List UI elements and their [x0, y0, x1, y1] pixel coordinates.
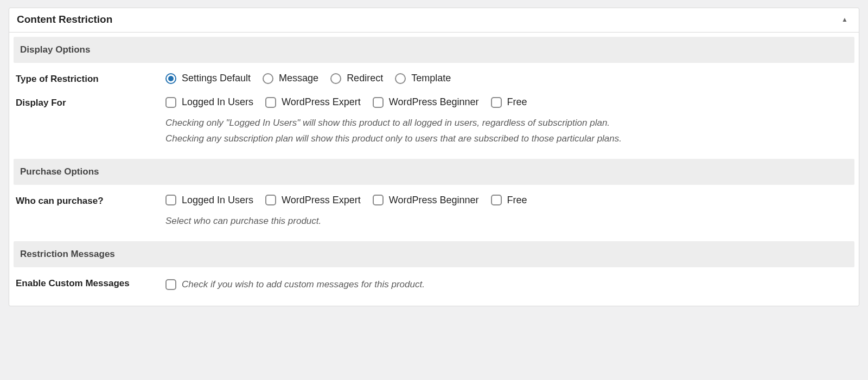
checkbox-label: Logged In Users	[182, 96, 253, 108]
radio-settings-default[interactable]: Settings Default	[165, 73, 251, 84]
who-can-purchase-options: Logged In UsersWordPress ExpertWordPress…	[165, 195, 852, 206]
radio-icon	[395, 73, 406, 84]
radio-icon	[330, 73, 341, 84]
checkbox-icon	[165, 97, 176, 108]
checkbox-icon	[373, 195, 384, 205]
radio-message[interactable]: Message	[263, 73, 318, 84]
checkbox-logged-in-users[interactable]: Logged In Users	[165, 195, 253, 206]
label-who-can-purchase: Who can purchase?	[16, 195, 165, 207]
checkbox-icon	[491, 195, 502, 205]
radio-icon	[165, 73, 176, 84]
checkbox-free[interactable]: Free	[491, 96, 527, 108]
checkbox-wordpress-beginner[interactable]: WordPress Beginner	[373, 195, 479, 206]
section-heading-display-options: Display Options	[14, 37, 854, 63]
radio-template[interactable]: Template	[395, 73, 451, 84]
display-for-help-line-1: Checking only "Logged In Users" will sho…	[165, 115, 852, 131]
checkbox-wordpress-expert[interactable]: WordPress Expert	[265, 96, 361, 108]
field-who-can-purchase: Who can purchase? Logged In UsersWordPre…	[14, 185, 854, 229]
field-display-for: Display For Logged In UsersWordPress Exp…	[14, 85, 854, 147]
field-enable-custom-messages: Enable Custom Messages Check if you wish…	[14, 267, 854, 293]
checkbox-icon	[165, 195, 176, 205]
section-heading-purchase-options: Purchase Options	[14, 159, 854, 185]
checkbox-label: Free	[507, 96, 527, 108]
checkbox-label: WordPress Expert	[282, 96, 361, 108]
checkbox-wordpress-beginner[interactable]: WordPress Beginner	[373, 96, 479, 108]
metabox-body: Display Options Type of Restriction Sett…	[9, 33, 859, 306]
content-restriction-metabox: Content Restriction ▲ Display Options Ty…	[9, 8, 859, 306]
checkbox-icon	[265, 97, 276, 108]
display-for-options: Logged In UsersWordPress ExpertWordPress…	[165, 96, 852, 108]
radio-label: Message	[279, 73, 318, 84]
who-can-purchase-help: Select who can purchase this product.	[165, 214, 852, 229]
checkbox-enable-custom-messages[interactable]: Check if you wish to add custom messages…	[165, 277, 425, 293]
radio-icon	[263, 73, 273, 84]
display-for-help-line-2: Checking any subscription plan will show…	[165, 131, 852, 147]
checkbox-icon	[491, 97, 502, 108]
checkbox-label: Logged In Users	[182, 195, 253, 206]
checkbox-label: Free	[507, 195, 527, 206]
radio-redirect[interactable]: Redirect	[330, 73, 383, 84]
label-enable-custom-messages: Enable Custom Messages	[16, 277, 165, 289]
type-of-restriction-options: Settings DefaultMessageRedirectTemplate	[165, 73, 852, 84]
checkbox-label: WordPress Beginner	[389, 195, 479, 206]
radio-label: Redirect	[347, 73, 383, 84]
checkbox-label: WordPress Expert	[282, 195, 361, 206]
checkbox-icon	[373, 97, 384, 108]
metabox-header: Content Restriction ▲	[9, 8, 859, 33]
display-for-help: Checking only "Logged In Users" will sho…	[165, 115, 852, 147]
checkbox-logged-in-users[interactable]: Logged In Users	[165, 96, 253, 108]
collapse-toggle-icon[interactable]: ▲	[838, 14, 851, 25]
field-type-of-restriction: Type of Restriction Settings DefaultMess…	[14, 63, 854, 85]
checkbox-label: WordPress Beginner	[389, 96, 479, 108]
checkbox-icon	[165, 279, 176, 290]
checkbox-icon	[265, 195, 276, 205]
enable-custom-messages-help: Check if you wish to add custom messages…	[182, 277, 425, 293]
radio-label: Settings Default	[182, 73, 251, 84]
checkbox-free[interactable]: Free	[491, 195, 527, 206]
label-display-for: Display For	[16, 96, 165, 108]
panel-title: Content Restriction	[17, 14, 112, 25]
label-type-of-restriction: Type of Restriction	[16, 73, 165, 85]
radio-label: Template	[411, 73, 451, 84]
section-heading-restriction-messages: Restriction Messages	[14, 241, 854, 267]
checkbox-wordpress-expert[interactable]: WordPress Expert	[265, 195, 361, 206]
